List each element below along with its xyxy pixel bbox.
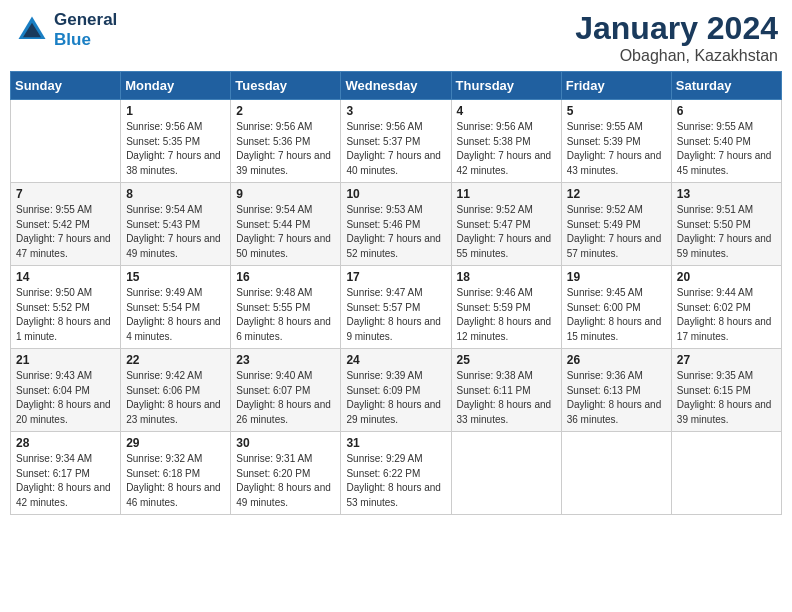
day-info: Sunrise: 9:29 AMSunset: 6:22 PMDaylight:…: [346, 452, 445, 510]
day-number: 7: [16, 187, 115, 201]
day-cell: 7Sunrise: 9:55 AMSunset: 5:42 PMDaylight…: [11, 183, 121, 266]
day-cell: 8Sunrise: 9:54 AMSunset: 5:43 PMDaylight…: [121, 183, 231, 266]
week-row-4: 21Sunrise: 9:43 AMSunset: 6:04 PMDayligh…: [11, 349, 782, 432]
day-cell: 4Sunrise: 9:56 AMSunset: 5:38 PMDaylight…: [451, 100, 561, 183]
weekday-header-sunday: Sunday: [11, 72, 121, 100]
day-number: 15: [126, 270, 225, 284]
day-number: 5: [567, 104, 666, 118]
weekday-header-saturday: Saturday: [671, 72, 781, 100]
day-number: 24: [346, 353, 445, 367]
day-number: 16: [236, 270, 335, 284]
day-info: Sunrise: 9:34 AMSunset: 6:17 PMDaylight:…: [16, 452, 115, 510]
day-cell: 23Sunrise: 9:40 AMSunset: 6:07 PMDayligh…: [231, 349, 341, 432]
day-number: 25: [457, 353, 556, 367]
day-info: Sunrise: 9:52 AMSunset: 5:47 PMDaylight:…: [457, 203, 556, 261]
week-row-1: 1Sunrise: 9:56 AMSunset: 5:35 PMDaylight…: [11, 100, 782, 183]
day-cell: [671, 432, 781, 515]
day-info: Sunrise: 9:54 AMSunset: 5:43 PMDaylight:…: [126, 203, 225, 261]
day-cell: 14Sunrise: 9:50 AMSunset: 5:52 PMDayligh…: [11, 266, 121, 349]
day-number: 31: [346, 436, 445, 450]
day-cell: 22Sunrise: 9:42 AMSunset: 6:06 PMDayligh…: [121, 349, 231, 432]
day-number: 10: [346, 187, 445, 201]
day-info: Sunrise: 9:36 AMSunset: 6:13 PMDaylight:…: [567, 369, 666, 427]
day-info: Sunrise: 9:56 AMSunset: 5:37 PMDaylight:…: [346, 120, 445, 178]
day-number: 19: [567, 270, 666, 284]
day-info: Sunrise: 9:48 AMSunset: 5:55 PMDaylight:…: [236, 286, 335, 344]
day-cell: 19Sunrise: 9:45 AMSunset: 6:00 PMDayligh…: [561, 266, 671, 349]
week-row-3: 14Sunrise: 9:50 AMSunset: 5:52 PMDayligh…: [11, 266, 782, 349]
title-block: January 2024 Obaghan, Kazakhstan: [575, 10, 778, 65]
day-number: 26: [567, 353, 666, 367]
day-number: 9: [236, 187, 335, 201]
day-info: Sunrise: 9:42 AMSunset: 6:06 PMDaylight:…: [126, 369, 225, 427]
month-title: January 2024: [575, 10, 778, 47]
day-cell: 15Sunrise: 9:49 AMSunset: 5:54 PMDayligh…: [121, 266, 231, 349]
day-info: Sunrise: 9:55 AMSunset: 5:40 PMDaylight:…: [677, 120, 776, 178]
weekday-header-wednesday: Wednesday: [341, 72, 451, 100]
location-title: Obaghan, Kazakhstan: [575, 47, 778, 65]
day-info: Sunrise: 9:31 AMSunset: 6:20 PMDaylight:…: [236, 452, 335, 510]
day-number: 2: [236, 104, 335, 118]
logo-text: General Blue: [54, 10, 117, 51]
page-header: General Blue January 2024 Obaghan, Kazak…: [10, 10, 782, 65]
day-cell: 21Sunrise: 9:43 AMSunset: 6:04 PMDayligh…: [11, 349, 121, 432]
day-info: Sunrise: 9:45 AMSunset: 6:00 PMDaylight:…: [567, 286, 666, 344]
weekday-header-tuesday: Tuesday: [231, 72, 341, 100]
day-info: Sunrise: 9:53 AMSunset: 5:46 PMDaylight:…: [346, 203, 445, 261]
day-info: Sunrise: 9:47 AMSunset: 5:57 PMDaylight:…: [346, 286, 445, 344]
day-cell: 12Sunrise: 9:52 AMSunset: 5:49 PMDayligh…: [561, 183, 671, 266]
day-info: Sunrise: 9:32 AMSunset: 6:18 PMDaylight:…: [126, 452, 225, 510]
day-cell: 13Sunrise: 9:51 AMSunset: 5:50 PMDayligh…: [671, 183, 781, 266]
week-row-2: 7Sunrise: 9:55 AMSunset: 5:42 PMDaylight…: [11, 183, 782, 266]
day-info: Sunrise: 9:43 AMSunset: 6:04 PMDaylight:…: [16, 369, 115, 427]
day-cell: 24Sunrise: 9:39 AMSunset: 6:09 PMDayligh…: [341, 349, 451, 432]
day-cell: 25Sunrise: 9:38 AMSunset: 6:11 PMDayligh…: [451, 349, 561, 432]
day-info: Sunrise: 9:39 AMSunset: 6:09 PMDaylight:…: [346, 369, 445, 427]
day-number: 28: [16, 436, 115, 450]
day-number: 13: [677, 187, 776, 201]
day-cell: 2Sunrise: 9:56 AMSunset: 5:36 PMDaylight…: [231, 100, 341, 183]
day-cell: 20Sunrise: 9:44 AMSunset: 6:02 PMDayligh…: [671, 266, 781, 349]
day-cell: 11Sunrise: 9:52 AMSunset: 5:47 PMDayligh…: [451, 183, 561, 266]
weekday-header-friday: Friday: [561, 72, 671, 100]
day-info: Sunrise: 9:38 AMSunset: 6:11 PMDaylight:…: [457, 369, 556, 427]
day-number: 20: [677, 270, 776, 284]
day-info: Sunrise: 9:49 AMSunset: 5:54 PMDaylight:…: [126, 286, 225, 344]
day-cell: 1Sunrise: 9:56 AMSunset: 5:35 PMDaylight…: [121, 100, 231, 183]
logo: General Blue: [14, 10, 117, 51]
day-info: Sunrise: 9:51 AMSunset: 5:50 PMDaylight:…: [677, 203, 776, 261]
day-info: Sunrise: 9:46 AMSunset: 5:59 PMDaylight:…: [457, 286, 556, 344]
day-cell: 31Sunrise: 9:29 AMSunset: 6:22 PMDayligh…: [341, 432, 451, 515]
day-info: Sunrise: 9:55 AMSunset: 5:39 PMDaylight:…: [567, 120, 666, 178]
day-cell: 5Sunrise: 9:55 AMSunset: 5:39 PMDaylight…: [561, 100, 671, 183]
day-number: 11: [457, 187, 556, 201]
day-cell: 6Sunrise: 9:55 AMSunset: 5:40 PMDaylight…: [671, 100, 781, 183]
day-number: 29: [126, 436, 225, 450]
day-number: 23: [236, 353, 335, 367]
day-number: 21: [16, 353, 115, 367]
day-cell: 9Sunrise: 9:54 AMSunset: 5:44 PMDaylight…: [231, 183, 341, 266]
day-number: 1: [126, 104, 225, 118]
day-cell: 17Sunrise: 9:47 AMSunset: 5:57 PMDayligh…: [341, 266, 451, 349]
day-cell: 26Sunrise: 9:36 AMSunset: 6:13 PMDayligh…: [561, 349, 671, 432]
day-info: Sunrise: 9:50 AMSunset: 5:52 PMDaylight:…: [16, 286, 115, 344]
day-cell: [451, 432, 561, 515]
weekday-header-monday: Monday: [121, 72, 231, 100]
day-cell: 10Sunrise: 9:53 AMSunset: 5:46 PMDayligh…: [341, 183, 451, 266]
day-number: 18: [457, 270, 556, 284]
day-number: 3: [346, 104, 445, 118]
day-number: 17: [346, 270, 445, 284]
day-cell: 27Sunrise: 9:35 AMSunset: 6:15 PMDayligh…: [671, 349, 781, 432]
day-number: 22: [126, 353, 225, 367]
day-number: 6: [677, 104, 776, 118]
day-cell: [561, 432, 671, 515]
day-info: Sunrise: 9:40 AMSunset: 6:07 PMDaylight:…: [236, 369, 335, 427]
logo-icon: [14, 12, 50, 48]
day-cell: 3Sunrise: 9:56 AMSunset: 5:37 PMDaylight…: [341, 100, 451, 183]
day-cell: [11, 100, 121, 183]
day-number: 30: [236, 436, 335, 450]
weekday-header-row: SundayMondayTuesdayWednesdayThursdayFrid…: [11, 72, 782, 100]
day-info: Sunrise: 9:56 AMSunset: 5:38 PMDaylight:…: [457, 120, 556, 178]
day-number: 8: [126, 187, 225, 201]
day-info: Sunrise: 9:35 AMSunset: 6:15 PMDaylight:…: [677, 369, 776, 427]
